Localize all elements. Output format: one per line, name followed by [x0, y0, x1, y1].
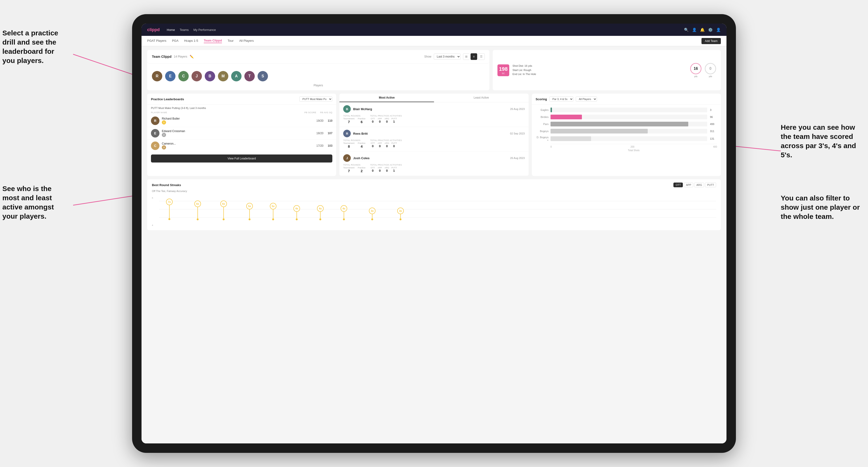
streak-dot: 6x — [194, 200, 201, 220]
filter-putt[interactable]: PUTT — [705, 183, 716, 187]
filter-arg[interactable]: ARG — [694, 183, 704, 187]
player-name: Edward Crossman — [162, 129, 314, 133]
avatar[interactable]: C — [178, 71, 189, 81]
bell-icon[interactable]: 🔔 — [700, 28, 705, 32]
activity-avatar: J — [343, 154, 351, 162]
people-icon[interactable]: 👤 — [692, 28, 697, 32]
practice-label: Practice — [358, 166, 366, 169]
drill-select[interactable]: PUTT Must Make Putting... — [299, 96, 332, 102]
player-avatar: E — [151, 129, 159, 137]
activity-date: 26 Aug 2023 — [510, 107, 525, 111]
pars-value: 499 — [710, 123, 717, 125]
scoring-header: Scoring Par 3, 4 & 5s Par 3s Par 4s Par … — [532, 94, 721, 105]
navbar: clippd Home Teams My Performance 🔍 👤 🔔 ⚙… — [142, 24, 726, 36]
subnav-hcaps[interactable]: Hcaps 1-5 — [184, 39, 198, 43]
grid-view-icon[interactable]: ⊞ — [463, 53, 470, 60]
player-avatar: C — [151, 142, 159, 150]
view-full-leaderboard-button[interactable]: View Full Leaderboard — [151, 154, 332, 162]
axis-200: 200 — [630, 146, 634, 148]
scoring-title: Scoring — [536, 97, 547, 101]
player-filter-select[interactable]: All Players — [576, 96, 597, 102]
arg-label: ARG — [384, 142, 390, 144]
putt-label: PUTT — [391, 118, 397, 120]
filter-ott[interactable]: OTT — [673, 183, 683, 187]
nav-home[interactable]: Home — [167, 28, 175, 32]
score-number: 198 — [499, 66, 507, 72]
avatar[interactable]: A — [231, 71, 242, 81]
avatar[interactable]: B — [205, 71, 215, 81]
score-detail-3: End Lie: In The Hole — [513, 72, 687, 76]
bogeys-label: Bogeys — [536, 130, 549, 132]
subnav-pgat[interactable]: PGAT Players — [147, 39, 166, 43]
avatar[interactable]: E — [165, 71, 176, 81]
subnav-team-clippd[interactable]: Team Clippd — [204, 39, 222, 43]
avatar[interactable]: M — [218, 71, 228, 81]
settings-icon[interactable]: ⚙️ — [708, 28, 713, 32]
score-detail-1: Shot Dist: 16 yds — [513, 64, 687, 68]
bar-row-eagles: Eagles 3 — [536, 107, 717, 112]
tab-least-active[interactable]: Least Active — [434, 94, 529, 102]
activity-player-name: Josh Coles — [353, 156, 508, 160]
activity-avatar: R — [343, 130, 351, 137]
col-pb-score: PB SCORE — [304, 111, 316, 114]
score-card: 198 SC Shot Dist: 16 yds Start Lie: Roug… — [493, 50, 721, 90]
player-score: 19/20 — [316, 119, 323, 122]
leaderboard-row: R Richard Butler 1 19/20 110 — [147, 115, 336, 127]
ott-value: 0 — [370, 144, 375, 148]
brand-logo: clippd — [147, 27, 160, 32]
list-view-icon[interactable]: ≡ — [470, 53, 477, 60]
subnav-all-players[interactable]: All Players — [239, 39, 253, 43]
birdies-label: Birdies — [536, 116, 549, 118]
practice-leaderboard-card: Practice Leaderboards PUTT Must Make Put… — [147, 94, 336, 176]
arg-value: 0 — [384, 144, 390, 148]
avatar[interactable]: T — [244, 71, 255, 81]
app-value: 0 — [377, 120, 382, 123]
avatar[interactable]: J — [191, 71, 202, 81]
show-period-select[interactable]: Last 3 months Last 6 months Last year — [434, 54, 461, 60]
search-icon[interactable]: 🔍 — [684, 28, 689, 32]
putt-label: PUTT — [391, 142, 397, 144]
putt-label: PUTT — [391, 166, 397, 169]
streak-dot: 5x — [270, 203, 276, 220]
activity-player-name: Rees Britt — [353, 132, 507, 135]
ott-label: OTT — [370, 118, 375, 120]
tournament-label: Tournament — [343, 118, 354, 120]
col-pb-avg: PB AVG SQ — [320, 111, 332, 114]
annotation-top-right: Here you can see how the team have score… — [781, 123, 861, 159]
filter-app[interactable]: APP — [684, 183, 693, 187]
total-practice-label: Total Practice Activities — [370, 115, 402, 117]
user-avatar-icon[interactable]: 👤 — [716, 28, 721, 32]
nav-teams[interactable]: Teams — [180, 28, 189, 32]
player-name: Richard Butler — [162, 117, 314, 120]
avatar[interactable]: R — [152, 71, 162, 81]
activity-tabs: Most Active Least Active — [339, 94, 528, 102]
annotation-bottom-right: You can also filter to show just one pla… — [781, 193, 861, 221]
avatar[interactable]: S — [257, 71, 268, 81]
ott-value: 0 — [370, 169, 375, 173]
total-rounds-label: Total Rounds — [343, 115, 365, 117]
arg-value: 0 — [384, 169, 390, 173]
streak-dot: 4x — [317, 205, 323, 220]
distance-circle: 16 — [690, 63, 702, 74]
edit-icon[interactable]: ✏️ — [190, 55, 194, 59]
subnav-tour[interactable]: Tour — [228, 39, 234, 43]
axis-title: Total Shots — [628, 149, 640, 152]
total-practice-label: Total Practice Activities — [370, 139, 402, 142]
activity-date: 02 Sep 2023 — [510, 132, 525, 135]
tab-most-active[interactable]: Most Active — [339, 94, 434, 102]
par-filter-select[interactable]: Par 3, 4 & 5s Par 3s Par 4s Par 5s — [549, 96, 574, 102]
ott-label: OTT — [370, 166, 375, 169]
putt-value: 1 — [391, 120, 397, 123]
ott-label: OTT — [370, 142, 375, 144]
add-team-button[interactable]: Add Team — [702, 38, 721, 44]
bar-row-birdies: Birdies 96 — [536, 115, 717, 119]
leaderboard-title: Practice Leaderboards — [151, 97, 184, 101]
subnav-pga[interactable]: PGA — [172, 39, 178, 43]
rank-badge: 3 — [162, 145, 166, 150]
arg-value: 0 — [384, 120, 390, 123]
player-avg: 103 — [328, 144, 332, 148]
team-count: 14 Players — [174, 55, 187, 58]
detail-view-icon[interactable]: ☰ — [478, 53, 485, 60]
leaderboard-row: E Edward Crossman 2 18/20 107 — [147, 127, 336, 139]
nav-my-performance[interactable]: My Performance — [193, 28, 216, 32]
